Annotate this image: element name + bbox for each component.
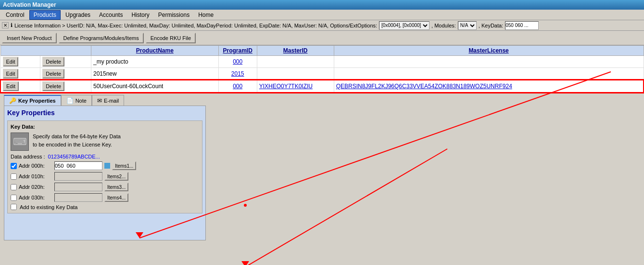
addr-020-row: Addr 020h: Items3... <box>11 183 199 191</box>
addr-010-row: Addr 010h: Items2... <box>11 172 199 181</box>
addr-030-checkbox[interactable] <box>11 195 17 201</box>
license-close-button[interactable]: ✕ <box>2 22 9 28</box>
tab-email[interactable]: ✉ E-mail <box>92 95 124 106</box>
table-row: Edit Delete _my producto 000 <box>0 56 644 68</box>
menu-history[interactable]: History <box>127 11 153 19</box>
edit-btn-2[interactable]: Edit <box>3 69 19 79</box>
toolbar: Insert New Product Define Programs/Modul… <box>0 31 644 45</box>
license-bar: ✕ ℹ License Information > UserID: N/A, M… <box>0 20 644 31</box>
tab-email-label: E-mail <box>104 98 119 104</box>
addr-020-input[interactable] <box>54 183 102 191</box>
key-properties-title: Key Properties <box>7 109 202 117</box>
menu-products[interactable]: Products <box>29 10 61 20</box>
col-masterlicense[interactable]: MasterLicense <box>334 46 644 56</box>
key-data-label: Key Data: <box>11 124 199 130</box>
menu-home[interactable]: Home <box>194 11 217 19</box>
tab-bar: 🔑 Key Properties 📄 Note ✉ E-mail <box>4 95 640 106</box>
items3-button[interactable]: Items3... <box>104 183 128 191</box>
tab-note[interactable]: 📄 Note <box>61 95 92 106</box>
products-table: ProductName ProgramID MasterID MasterLic… <box>0 45 644 93</box>
product-name-2: 2015new <box>91 68 219 80</box>
menu-control[interactable]: Control <box>2 11 28 19</box>
add-existing-checkbox[interactable] <box>11 204 17 210</box>
masterid-3: YIXHEO0Y7TK0IZIU <box>257 80 334 93</box>
masterid-1 <box>257 56 334 68</box>
data-address-value: 0123456789ABCDE... <box>48 154 100 159</box>
menu-permissions[interactable]: Permissions <box>154 11 193 19</box>
programid-3[interactable]: 000 <box>233 83 242 90</box>
addr-030-label: Addr 030h: <box>19 195 52 200</box>
menu-bar: Control Products Upgrades Accounts Histo… <box>0 10 644 20</box>
edit-btn-3[interactable]: Edit <box>3 81 19 91</box>
items4-button[interactable]: Items4... <box>104 193 128 202</box>
addr-030-row: Addr 030h: Items4... <box>11 193 199 202</box>
masterlicense-3: QEBRSIN8J9FL2KJ96Q6C33VVEA54ZOK883N189WO… <box>334 80 644 93</box>
title-text: Activation Manager <box>3 1 56 8</box>
addr-000-row: Addr 000h: Items1... <box>11 161 199 170</box>
key-data-description: Specify data for the 64-byte Key Data to… <box>33 132 121 148</box>
table-row-highlight: Edit Delete 50UserCount-60LockCount 000 … <box>0 80 644 93</box>
items2-button[interactable]: Items2... <box>104 172 128 181</box>
products-table-area: ProductName ProgramID MasterID MasterLic… <box>0 45 644 93</box>
addr-010-label: Addr 010h: <box>19 173 52 179</box>
data-address-row: Data address : 0123456789ABCDE... <box>11 154 199 159</box>
masterlicense-2 <box>334 68 644 80</box>
col-masterid[interactable]: MasterID <box>257 46 334 56</box>
addr-010-input[interactable] <box>54 172 102 181</box>
encode-rku-button[interactable]: Encode RKU File <box>146 33 196 43</box>
product-name-1: _my producto <box>91 56 219 68</box>
panel-area: 🔑 Key Properties 📄 Note ✉ E-mail Key Pro… <box>0 93 644 242</box>
add-existing-label: Add to existing Key Data <box>20 204 77 210</box>
addr-010-checkbox[interactable] <box>11 173 17 180</box>
programid-2[interactable]: 2015 <box>231 70 244 77</box>
key-properties-panel: Key Properties Key Data: ⌨ Specify data … <box>4 106 206 240</box>
email-icon: ✉ <box>97 97 102 104</box>
key-icon: 🔑 <box>9 97 16 104</box>
add-existing-row: Add to existing Key Data <box>11 204 199 210</box>
tab-key-properties[interactable]: 🔑 Key Properties <box>4 95 61 106</box>
delete-btn-3[interactable]: Delete <box>42 81 64 91</box>
note-icon: 📄 <box>66 97 74 104</box>
addr-000-indicator <box>104 163 110 169</box>
options-select[interactable]: [0x0004], [0x0000] <box>379 21 429 30</box>
addr-030-input[interactable] <box>54 193 102 202</box>
menu-accounts[interactable]: Accounts <box>95 11 126 19</box>
masterlicense-1 <box>334 56 644 68</box>
main-content: ProductName ProgramID MasterID MasterLic… <box>0 45 644 242</box>
title-bar: Activation Manager <box>0 0 644 10</box>
keyboard-icon: ⌨ <box>11 132 29 151</box>
delete-btn-2[interactable]: Delete <box>42 69 64 79</box>
delete-btn-1[interactable]: Delete <box>42 57 64 66</box>
addr-000-label: Addr 000h: <box>19 163 52 169</box>
masterid-2 <box>257 68 334 80</box>
modules-select[interactable]: N/A <box>458 21 477 30</box>
addr-000-input[interactable] <box>54 161 102 170</box>
define-programs-button[interactable]: Define Programs/Modules/Items <box>59 33 144 43</box>
keydata-input[interactable] <box>505 21 539 30</box>
insert-new-product-button[interactable]: Insert New Product <box>2 33 57 43</box>
col-programid[interactable]: ProgramID <box>218 46 257 56</box>
license-text: License Information > UserID: N/A, Max-E… <box>14 23 377 28</box>
key-data-group: Key Data: ⌨ Specify data for the 64-byte… <box>7 120 202 213</box>
edit-btn-1[interactable]: Edit <box>3 57 19 66</box>
modules-label: , Modules: <box>431 23 456 28</box>
programid-1[interactable]: 000 <box>233 58 242 65</box>
product-name-3: 50UserCount-60LockCount <box>91 80 219 93</box>
tab-note-label: Note <box>76 98 87 104</box>
addr-020-label: Addr 020h: <box>19 184 52 190</box>
svg-marker-3 <box>241 261 249 265</box>
table-row: Edit Delete 2015new 2015 <box>0 68 644 80</box>
license-info-icon: ℹ <box>11 22 13 28</box>
keydata-label: , KeyData: <box>479 23 503 28</box>
tab-key-label: Key Properties <box>18 98 56 104</box>
items1-button[interactable]: Items1... <box>112 161 136 170</box>
addr-000-checkbox[interactable] <box>11 163 17 169</box>
data-address-label: Data address : <box>11 154 45 159</box>
menu-upgrades[interactable]: Upgrades <box>62 11 94 19</box>
col-productname[interactable]: ProductName <box>91 46 219 56</box>
addr-020-checkbox[interactable] <box>11 184 17 190</box>
